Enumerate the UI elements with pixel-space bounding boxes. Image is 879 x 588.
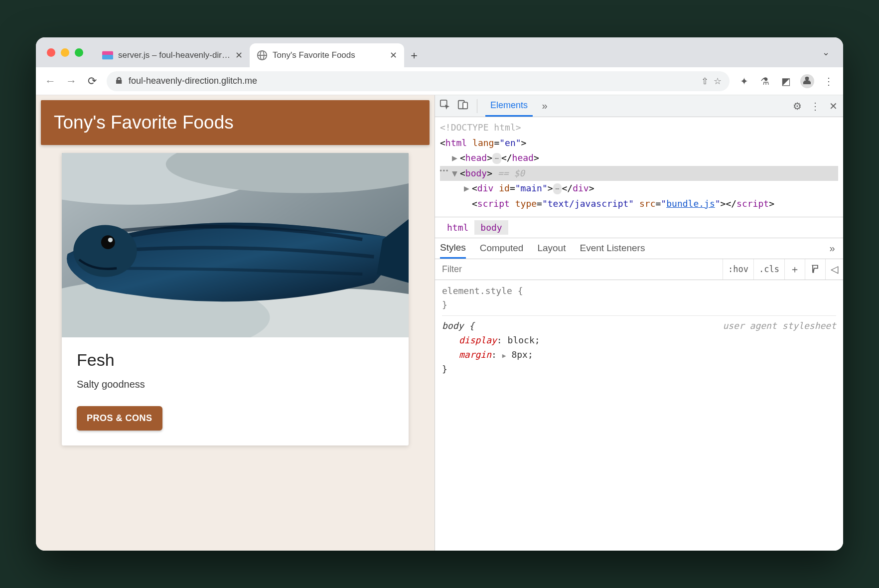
styles-sidebar-tabs: Styles Computed Layout Event Listeners » [435, 238, 843, 259]
styles-filter-input[interactable] [435, 264, 723, 275]
tab-dropdown-icon[interactable]: ⌄ [817, 47, 834, 58]
content-area: Tony's Favorite Foods [36, 95, 843, 551]
close-devtools-icon[interactable]: ✕ [827, 100, 839, 112]
tab-title: Tony's Favorite Foods [273, 50, 385, 60]
star-icon[interactable]: ☆ [714, 76, 722, 87]
web-page: Tony's Favorite Foods [36, 95, 435, 551]
settings-gear-icon[interactable]: ⚙︎ [791, 100, 803, 112]
reload-button[interactable]: ⟳ [86, 75, 99, 88]
event-listeners-tab[interactable]: Event Listeners [580, 243, 645, 254]
more-tabs-icon[interactable]: » [539, 100, 551, 112]
browser-window: server.js – foul-heavenly-direct ✕ Tony'… [36, 37, 843, 551]
card-image [62, 153, 409, 337]
menu-icon[interactable]: ⋮ [822, 75, 835, 87]
styles-tab[interactable]: Styles [440, 238, 466, 259]
url-text: foul-heavenly-direction.glitch.me [129, 76, 696, 86]
breadcrumb-body[interactable]: body [474, 220, 508, 235]
tab-tonys-foods[interactable]: Tony's Favorite Foods ✕ [250, 43, 404, 67]
share-icon[interactable]: ⇧︎ [701, 76, 709, 87]
inspect-icon[interactable] [439, 99, 451, 113]
doctype: <!DOCTYPE html> [440, 122, 521, 133]
traffic-lights [47, 48, 83, 57]
tab-strip: server.js – foul-heavenly-direct ✕ Tony'… [36, 37, 843, 67]
page-title: Tony's Favorite Foods [41, 100, 430, 145]
body-rule: user agent stylesheet body { display: bl… [442, 315, 836, 376]
card-title: Fesh [77, 350, 394, 370]
selected-body-node[interactable]: ▼<body> == $0 [440, 166, 838, 181]
tab-title: server.js – foul-heavenly-direct [118, 50, 230, 60]
extensions-icon[interactable]: ✦ [737, 75, 750, 87]
lock-icon: 🔒︎ [115, 76, 124, 86]
dom-tree[interactable]: <!DOCTYPE html> <html lang="en"> ▶<head>… [435, 117, 843, 217]
tab-glitch-editor[interactable]: server.js – foul-heavenly-direct ✕ [95, 43, 250, 67]
back-button[interactable]: ← [44, 75, 57, 88]
maximize-window-button[interactable] [75, 48, 83, 57]
address-bar: ← → ⟳ 🔒︎ foul-heavenly-direction.glitch.… [36, 67, 843, 95]
cls-toggle[interactable]: .cls [753, 259, 784, 280]
elements-tab[interactable]: Elements [485, 95, 533, 117]
globe-favicon-icon [257, 50, 268, 61]
layout-tab[interactable]: Layout [537, 243, 566, 254]
svg-point-11 [101, 235, 115, 249]
element-style-rule: element.style { [442, 284, 836, 298]
profile-icon[interactable]: 👤︎ [800, 74, 814, 88]
hov-toggle[interactable]: :hov [723, 259, 753, 280]
svg-point-12 [108, 238, 113, 242]
breadcrumb-html[interactable]: html [441, 220, 474, 235]
close-window-button[interactable] [47, 48, 55, 57]
paint-icon[interactable] [805, 259, 825, 280]
minimize-window-button[interactable] [61, 48, 69, 57]
bundle-js-link[interactable]: bundle.js [666, 198, 715, 209]
more-styles-tabs-icon[interactable]: » [826, 243, 838, 254]
card-body: Fesh Salty goodness PROS & CONS [62, 337, 409, 445]
styles-rules[interactable]: element.style { } user agent stylesheet … [435, 280, 843, 381]
computed-tab[interactable]: Computed [480, 243, 524, 254]
rule-source: user agent stylesheet [723, 319, 836, 333]
pros-cons-button[interactable]: PROS & CONS [77, 406, 162, 431]
forward-button[interactable]: → [65, 75, 78, 88]
svg-rect-15 [463, 102, 467, 109]
svg-rect-16 [812, 270, 814, 273]
devtools-menu-icon[interactable]: ⋮ [809, 100, 821, 112]
card-subtitle: Salty goodness [77, 379, 394, 390]
devtools-toolbar: Elements » ⚙︎ ⋮ ✕ [435, 95, 843, 117]
labs-icon[interactable]: ⚗︎ [758, 75, 771, 87]
close-tab-icon[interactable]: ✕ [235, 50, 243, 61]
omnibox[interactable]: 🔒︎ foul-heavenly-direction.glitch.me ⇧︎ … [107, 71, 730, 91]
dom-breadcrumb: html body [435, 217, 843, 238]
new-tab-button[interactable]: ＋ [404, 43, 424, 67]
styles-filter-bar: :hov .cls ＋ ◁ [435, 259, 843, 280]
new-style-rule-icon[interactable]: ＋ [784, 259, 805, 280]
computed-toggle-icon[interactable]: ◁ [825, 259, 843, 280]
device-toggle-icon[interactable] [457, 99, 469, 113]
close-tab-icon[interactable]: ✕ [390, 50, 397, 61]
glitch-favicon-icon [102, 50, 113, 61]
food-card: Fesh Salty goodness PROS & CONS [62, 153, 409, 445]
svg-rect-1 [102, 55, 113, 59]
devtools-panel: Elements » ⚙︎ ⋮ ✕ <!DOCTYPE html> <html … [435, 95, 843, 551]
sidepanel-icon[interactable]: ◩ [779, 75, 792, 87]
